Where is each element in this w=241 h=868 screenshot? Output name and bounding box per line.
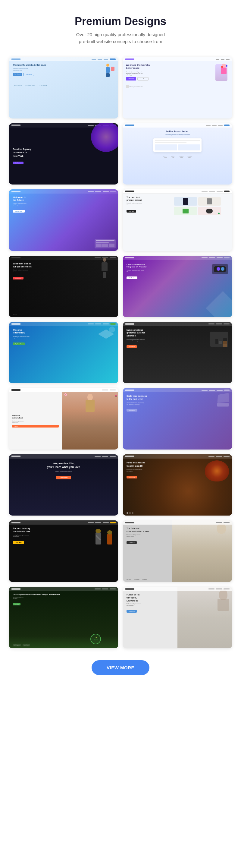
- design-card-2[interactable]: We make the world abetter place Seamless…: [123, 57, 232, 119]
- design-card-13[interactable]: We promise this,you'll learn what you lo…: [9, 454, 118, 516]
- design-card-9[interactable]: Welcometo tomorrow Harness the power of …: [9, 322, 118, 383]
- design-card-6[interactable]: The best techproduct around Uniquely dep…: [123, 189, 232, 251]
- header-section: Premium Designs Over 20 high quality pro…: [75, 15, 166, 45]
- design-card-16[interactable]: The future ofcommunication is now Proact…: [123, 520, 232, 582]
- page-title: Premium Designs: [75, 15, 166, 28]
- design-card-15[interactable]: The next industryrevolution is here Lead…: [9, 520, 118, 582]
- designs-grid: We make the world a better place Seamles…: [9, 57, 232, 648]
- design-card-17[interactable]: Fresh Organic Produce delivered straight…: [9, 587, 118, 648]
- design-card-4[interactable]: better, faster, better Completely maximi…: [123, 123, 232, 185]
- design-card-5[interactable]: Welcome tothe future The best platform f…: [9, 189, 118, 251]
- design-card-8[interactable]: Launch and ship fullyIntegrated VR Proje…: [123, 256, 232, 317]
- design-card-1[interactable]: We make the world a better place Seamles…: [9, 57, 118, 119]
- page-container: Premium Designs Over 20 high quality pro…: [0, 0, 241, 693]
- view-more-button[interactable]: VIEW MORE: [92, 660, 149, 675]
- design-card-14[interactable]: Food that tastesfreakin good!! Experienc…: [123, 454, 232, 516]
- design-card-11[interactable]: Enjoy lifeto the fullest The best experi…: [9, 388, 118, 450]
- page-subtitle: Over 20 high quality professionally desi…: [75, 31, 166, 45]
- design-card-18[interactable]: Fulade de iutwin fights,Lawyers do Profe…: [123, 587, 232, 648]
- design-card-7[interactable]: Build from side asour you customers Uniq…: [9, 256, 118, 317]
- design-card-12[interactable]: Scale your businessto the next level The…: [123, 388, 232, 450]
- design-card-10[interactable]: Make somethinggreat that lasts fora life…: [123, 322, 232, 383]
- design-card-3[interactable]: Creative Agencybased out ofNew York Get …: [9, 123, 118, 185]
